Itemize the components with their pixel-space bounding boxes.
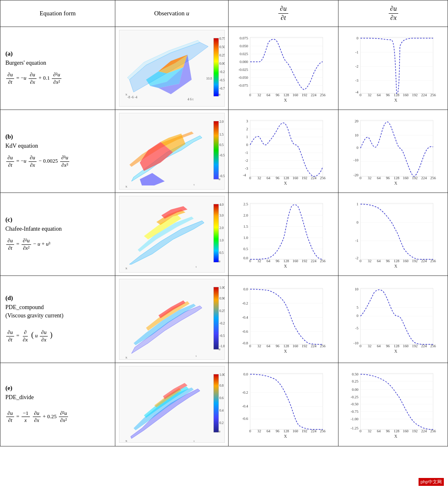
svg-text:0.5: 0.5 <box>243 247 248 251</box>
svg-text:0: 0 <box>359 259 361 263</box>
header-col1: Equation form <box>0 0 115 27</box>
svg-text:0: 0 <box>356 146 358 150</box>
svg-text:-0.75: -0.75 <box>219 87 225 90</box>
svg-text:-0.6: -0.6 <box>242 417 248 421</box>
svg-text:-10: -10 <box>353 341 358 345</box>
chart-ux-cell-e: 0.50 0.25 0.00 -0.25 -0.50 -0.75 -1.00 -… <box>338 363 448 446</box>
svg-rect-279 <box>360 373 433 429</box>
main-table: Equation form Observation u ∂u ∂t ∂u ∂x … <box>0 0 448 446</box>
svg-text:0.075: 0.075 <box>240 36 248 40</box>
svg-text:64: 64 <box>377 344 381 348</box>
svg-text:0.050: 0.050 <box>240 44 248 48</box>
svg-text:3: 3 <box>246 119 248 123</box>
obs-cell-b: 2.0 1.5 0.5 -0.5 -0.5 u X t <box>115 110 229 193</box>
svg-text:192: 192 <box>412 429 418 433</box>
svg-text:32: 32 <box>368 93 371 97</box>
chart-ux-c: 1 0 -1 -2 0 32 64 96 128 160 192 224 256… <box>346 200 441 268</box>
eq-name-d: PDE_compound(Viscous gravity current) <box>5 303 63 319</box>
svg-text:96: 96 <box>276 259 280 263</box>
svg-text:128: 128 <box>283 93 289 97</box>
svg-text:0.025: 0.025 <box>240 52 248 56</box>
svg-text:-0.8: -0.8 <box>242 341 248 345</box>
svg-text:-0.56: -0.56 <box>219 334 225 338</box>
svg-text:96: 96 <box>386 176 390 180</box>
svg-text:0.8: 0.8 <box>219 384 224 388</box>
svg-text:0: 0 <box>359 93 361 97</box>
svg-text:-1: -1 <box>355 50 358 54</box>
svg-text:192: 192 <box>302 344 307 348</box>
svg-text:160: 160 <box>292 344 298 348</box>
svg-rect-68 <box>214 121 219 179</box>
svg-text:X: X <box>284 98 287 102</box>
eq-formula-c: ∂u∂t = ∂²u∂x² − u + u³ <box>5 237 50 252</box>
svg-text:-0.2: -0.2 <box>242 301 248 305</box>
svg-text:-0.050: -0.050 <box>239 76 248 80</box>
chart-ut-d: 0.0 -0.2 -0.4 -0.6 -0.8 0 32 64 96 128 1… <box>236 285 331 353</box>
svg-text:32: 32 <box>368 429 371 433</box>
svg-text:-3: -3 <box>245 166 248 171</box>
svg-rect-131 <box>214 204 219 262</box>
eq-formula-d: ∂u∂t = ∂∂x ( u ∂u∂x ) <box>5 327 52 344</box>
svg-text:X: X <box>125 356 127 359</box>
table-row-e: (e) PDE_divide ∂u∂t = −1x ∂u∂x + 0.25 ∂²… <box>0 363 448 446</box>
obs-plot-d: 1.00 0.96 0.25 -0.25 -0.56 -1.00 u X t <box>119 279 225 360</box>
svg-text:32: 32 <box>368 344 371 348</box>
obs-plot-e: 1.00 0.8 0.6 0.4 0.2 u X t <box>119 366 225 443</box>
svg-text:0.0: 0.0 <box>243 256 248 260</box>
watermark: php中文网 <box>419 478 444 486</box>
svg-text:3.0: 3.0 <box>219 214 224 217</box>
svg-text:0.6: 0.6 <box>219 396 224 400</box>
eq-label-c: (c) <box>5 216 12 223</box>
svg-text:0: 0 <box>356 314 358 318</box>
svg-text:224: 224 <box>421 429 427 433</box>
svg-text:-0.6: -0.6 <box>242 329 248 334</box>
svg-text:-0.50: -0.50 <box>219 78 225 82</box>
svg-rect-259 <box>250 373 323 429</box>
svg-text:u: u <box>219 259 220 263</box>
svg-text:-0.25: -0.25 <box>351 395 358 399</box>
svg-text:2.0: 2.0 <box>243 213 248 217</box>
table-row-a: (a) Burgers' equation ∂u∂t = −u ∂u∂x + 0… <box>0 27 448 110</box>
svg-text:256: 256 <box>430 259 436 263</box>
svg-rect-145 <box>250 203 323 259</box>
svg-text:X: X <box>394 181 397 185</box>
svg-text:64: 64 <box>377 176 381 180</box>
header-col4-frac: ∂u ∂x <box>389 5 399 22</box>
svg-text:0: 0 <box>249 344 251 348</box>
svg-text:64: 64 <box>377 259 381 263</box>
eq-name-c: Chafee-Infante equation <box>5 225 62 233</box>
svg-text:0.50: 0.50 <box>352 372 358 376</box>
svg-text:-0.25: -0.25 <box>219 70 225 74</box>
obs-cell-c: 4.0 3.0 2.0 1.0 0.5 u X t <box>115 193 229 275</box>
svg-text:0.00: 0.00 <box>352 388 358 392</box>
svg-text:192: 192 <box>412 344 418 348</box>
eq-name-a: Burgers' equation <box>5 59 46 67</box>
svg-text:96: 96 <box>386 429 390 433</box>
svg-rect-188 <box>214 287 219 349</box>
svg-text:256: 256 <box>320 429 326 433</box>
svg-text:0.4: 0.4 <box>219 409 224 412</box>
svg-text:128: 128 <box>394 344 399 348</box>
svg-text:0: 0 <box>359 176 361 180</box>
eq-label-a: (a) <box>5 50 13 57</box>
eq-cell-c: (c) Chafee-Infante equation ∂u∂t = ∂²u∂x… <box>0 193 115 275</box>
svg-text:0.50: 0.50 <box>219 45 225 49</box>
chart-ux-cell-c: 1 0 -1 -2 0 32 64 96 128 160 192 224 256… <box>338 193 448 275</box>
chart-ut-c: 2.5 2.0 1.5 1.0 0.5 0.0 0 32 64 96 128 1… <box>236 200 331 268</box>
svg-text:10.8: 10.8 <box>206 77 212 80</box>
svg-text:0.000: 0.000 <box>240 60 248 64</box>
svg-text:-1: -1 <box>245 151 248 155</box>
svg-rect-46 <box>360 37 433 93</box>
svg-text:-1: -1 <box>355 239 358 243</box>
svg-text:0: 0 <box>359 344 361 348</box>
svg-text:32: 32 <box>368 176 371 180</box>
svg-text:128: 128 <box>283 259 289 263</box>
svg-text:192: 192 <box>302 259 307 263</box>
svg-rect-82 <box>250 120 323 176</box>
svg-text:-0.25: -0.25 <box>219 322 225 325</box>
svg-text:96: 96 <box>276 344 280 348</box>
svg-text:10: 10 <box>355 133 359 137</box>
svg-text:64: 64 <box>377 93 381 97</box>
obs-cell-e: 1.00 0.8 0.6 0.4 0.2 u X t <box>115 363 229 446</box>
chart-ut-cell-a: 0.075 0.050 0.025 0.000 -0.025 -0.050 -0… <box>229 27 338 110</box>
